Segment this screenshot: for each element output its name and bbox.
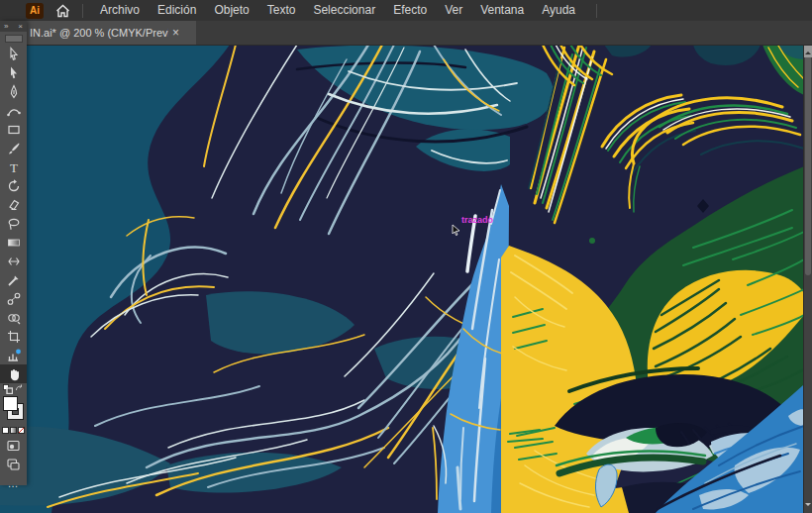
menu-ayuda[interactable]: Ayuda bbox=[533, 0, 584, 21]
rotate-tool[interactable] bbox=[0, 176, 27, 195]
menu-efecto[interactable]: Efecto bbox=[384, 0, 436, 21]
artboard-tool[interactable] bbox=[0, 327, 27, 346]
scroll-up-icon[interactable] bbox=[804, 45, 812, 57]
tab-bar: IN.ai* @ 200 % (CMYK/Previsualizar) × bbox=[0, 21, 812, 46]
home-icon[interactable] bbox=[55, 4, 70, 18]
menu-ventana[interactable]: Ventana bbox=[471, 0, 533, 21]
smart-guide-label: trazado bbox=[461, 215, 493, 225]
scrollbar-thumb[interactable] bbox=[805, 57, 811, 275]
menu-divider bbox=[82, 4, 83, 18]
drawing-mode-button[interactable] bbox=[0, 436, 27, 455]
menu-bar: Ai Archivo Edición Objeto Texto Seleccio… bbox=[0, 0, 812, 21]
color-mode-row bbox=[0, 427, 27, 434]
graph-tool[interactable] bbox=[0, 346, 27, 364]
expand-panel-icon[interactable]: » bbox=[4, 21, 8, 32]
close-panel-icon[interactable]: × bbox=[18, 21, 23, 32]
menu-texto[interactable]: Texto bbox=[258, 0, 305, 21]
svg-text:T: T bbox=[10, 159, 18, 174]
none-swatch-button[interactable] bbox=[18, 427, 25, 434]
illustrator-window: Ai Archivo Edición Objeto Texto Seleccio… bbox=[0, 0, 812, 513]
lasso-tool[interactable] bbox=[0, 214, 27, 233]
artwork-canvas[interactable]: trazado bbox=[0, 45, 803, 513]
menu-ver[interactable]: Ver bbox=[436, 0, 471, 21]
swap-fill-stroke-icon[interactable] bbox=[15, 384, 24, 393]
app-logo-icon[interactable]: Ai bbox=[26, 3, 44, 19]
shape-builder-tool[interactable] bbox=[0, 308, 27, 327]
curvature-tool[interactable] bbox=[0, 101, 27, 120]
blend-tool[interactable] bbox=[0, 289, 27, 308]
scroll-down-icon[interactable] bbox=[804, 501, 812, 511]
edit-toolbar-ellipsis[interactable]: … bbox=[0, 477, 27, 489]
menu-divider-end bbox=[596, 4, 597, 18]
hand-tool[interactable] bbox=[0, 364, 27, 383]
default-fill-stroke-icon[interactable] bbox=[3, 384, 13, 394]
pen-tool[interactable] bbox=[0, 82, 27, 101]
width-tool[interactable] bbox=[0, 252, 27, 270]
fill-stroke-mini-controls bbox=[0, 383, 27, 394]
eyedropper-tool[interactable] bbox=[0, 270, 27, 289]
menu-edicion[interactable]: Edición bbox=[149, 0, 205, 21]
color-swatch-button[interactable] bbox=[2, 427, 9, 434]
document-tab[interactable]: IN.ai* @ 200 % (CMYK/Previsualizar) × bbox=[0, 21, 196, 45]
menu-archivo[interactable]: Archivo bbox=[91, 0, 149, 21]
tab-close-icon[interactable]: × bbox=[172, 21, 179, 45]
selection-tool[interactable] bbox=[0, 45, 27, 63]
tools-panel-header: » × bbox=[0, 21, 27, 32]
tools-panel: » × T bbox=[0, 21, 27, 485]
vertical-scrollbar[interactable] bbox=[803, 45, 812, 513]
menu-seleccionar[interactable]: Seleccionar bbox=[304, 0, 384, 21]
document-tab-title: IN.ai* @ 200 % (CMYK/Previsualizar) bbox=[30, 27, 168, 39]
direct-selection-tool[interactable] bbox=[0, 63, 27, 82]
type-tool[interactable]: T bbox=[0, 157, 27, 176]
paintbrush-tool[interactable] bbox=[0, 139, 27, 157]
eraser-tool[interactable] bbox=[0, 195, 27, 214]
cursor-arrow-icon bbox=[452, 224, 461, 236]
panel-drag-handle[interactable] bbox=[5, 35, 23, 43]
fill-stroke-controls bbox=[0, 394, 27, 424]
menu-objeto[interactable]: Objeto bbox=[205, 0, 257, 21]
gradient-tool[interactable] bbox=[0, 233, 27, 252]
fill-swatch[interactable] bbox=[3, 396, 18, 411]
screen-mode-button[interactable] bbox=[0, 455, 27, 473]
rectangle-tool[interactable] bbox=[0, 120, 27, 139]
gradient-swatch-button[interactable] bbox=[10, 427, 17, 434]
